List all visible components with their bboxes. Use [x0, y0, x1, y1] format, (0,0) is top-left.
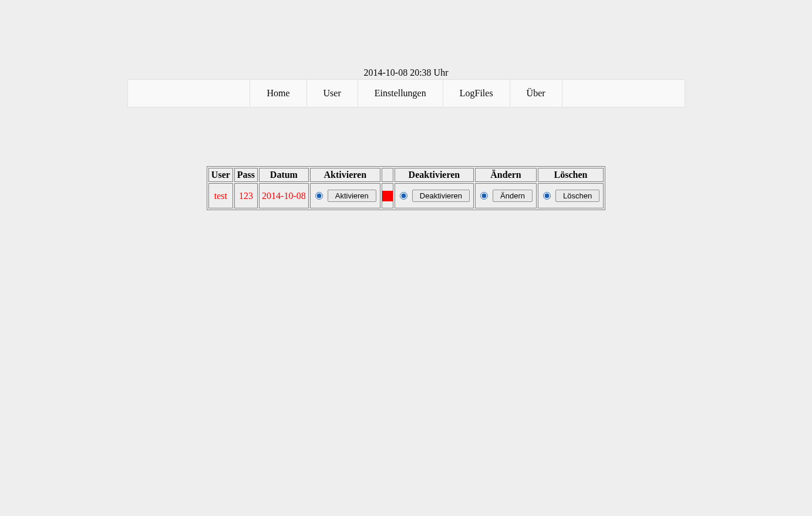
cell-deactivate: Deaktivieren	[395, 183, 474, 208]
edit-button[interactable]: Ändern	[493, 190, 533, 202]
header-user: User	[208, 168, 233, 182]
cell-delete: Löschen	[538, 183, 604, 208]
activate-button[interactable]: Aktivieren	[328, 190, 376, 202]
header-pass: Pass	[234, 168, 258, 182]
header-edit: Ändern	[475, 168, 537, 182]
radio-deactivate[interactable]	[400, 192, 407, 200]
cell-edit: Ändern	[475, 183, 537, 208]
cell-user: test	[208, 183, 233, 208]
cell-activate: Aktivieren	[310, 183, 380, 208]
radio-delete[interactable]	[543, 192, 551, 200]
header-deactivate: Deaktivieren	[395, 168, 474, 182]
nav-about[interactable]: Über	[510, 80, 562, 107]
delete-button[interactable]: Löschen	[555, 190, 599, 202]
deactivate-button[interactable]: Deaktivieren	[412, 190, 470, 202]
timestamp-label: 2014-10-08 20:38 Uhr	[0, 0, 812, 78]
cell-pass: 123	[234, 183, 258, 208]
user-table: User Pass Datum Aktivieren Deaktivieren …	[207, 166, 605, 210]
nav-settings[interactable]: Einstellungen	[358, 80, 443, 107]
nav-user[interactable]: User	[307, 80, 358, 107]
nav-logfiles[interactable]: LogFiles	[443, 80, 510, 107]
nav-spacer-left	[128, 80, 251, 107]
radio-edit[interactable]	[480, 192, 488, 200]
cell-date: 2014-10-08	[259, 183, 309, 208]
table-header-row: User Pass Datum Aktivieren Deaktivieren …	[208, 168, 604, 182]
header-activate: Aktivieren	[310, 168, 380, 182]
header-status	[382, 168, 393, 182]
header-delete: Löschen	[538, 168, 604, 182]
main-nav: Home User Einstellungen LogFiles Über	[127, 79, 685, 107]
nav-spacer-right	[562, 80, 685, 107]
cell-status	[382, 183, 393, 208]
status-indicator-icon	[382, 191, 393, 201]
nav-home[interactable]: Home	[250, 80, 306, 107]
header-date: Datum	[259, 168, 309, 182]
radio-activate[interactable]	[315, 192, 323, 200]
table-row: test 123 2014-10-08 Aktivieren Deaktivie…	[208, 183, 604, 208]
